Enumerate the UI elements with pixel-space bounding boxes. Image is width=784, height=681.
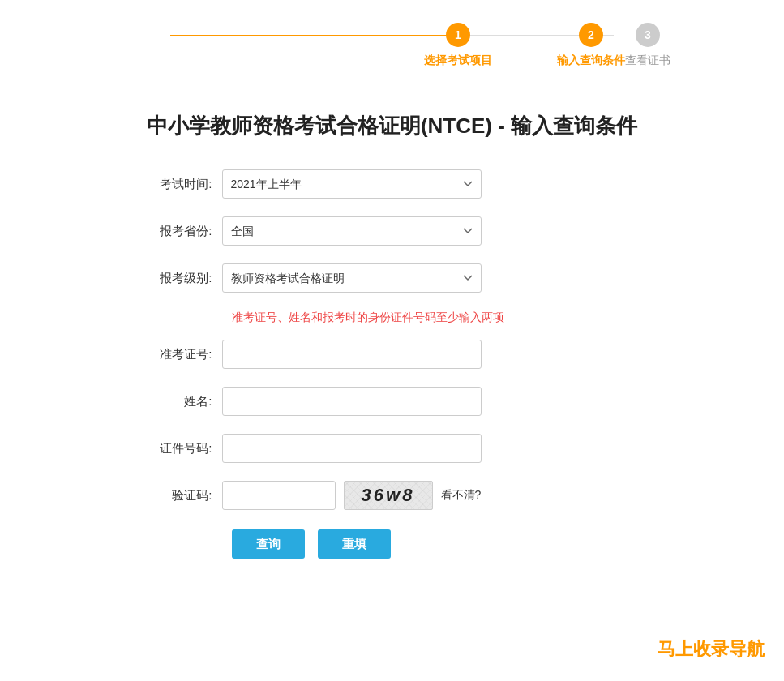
step-2-circle: 2 (579, 23, 603, 47)
captcha-text: 36w8 (362, 485, 415, 506)
hint-text: 准考证号、姓名和报考时的身份证件号码至少输入两项 (232, 311, 504, 325)
exam-no-input[interactable] (222, 340, 482, 369)
step-1: 1 选择考试项目 (424, 23, 492, 68)
step-3-label: 查看证书 (625, 54, 670, 68)
exam-no-row: 准考证号: (149, 340, 636, 369)
step-2: 2 输入查询条件 (557, 23, 625, 68)
watermark: 马上收录导航 (658, 637, 765, 662)
captcha-wrap: 36w8 看不清? (222, 481, 482, 510)
exam-time-label: 考试时间: (149, 177, 222, 192)
query-button[interactable]: 查询 (232, 529, 305, 559)
level-row: 报考级别: 教师资格考试合格证明 幼儿园 小学 初级中学 高级中学 (149, 263, 636, 293)
province-select[interactable]: 全国 北京 上海 广东 (222, 216, 482, 246)
step-2-label: 输入查询条件 (557, 54, 625, 68)
button-row: 查询 重填 (232, 529, 636, 559)
id-row: 证件号码: (149, 434, 636, 463)
reset-button[interactable]: 重填 (318, 529, 391, 559)
captcha-input[interactable] (222, 481, 336, 510)
exam-time-row: 考试时间: 2021年上半年 2020年下半年 2020年上半年 (149, 169, 636, 199)
id-input[interactable] (222, 434, 482, 463)
name-input[interactable] (222, 387, 482, 416)
page-title: 中小学教师资格考试合格证明(NTCE) - 输入查询条件 (0, 112, 784, 140)
captcha-label: 验证码: (149, 488, 222, 503)
captcha-refresh-button[interactable]: 看不清? (441, 488, 482, 503)
level-select[interactable]: 教师资格考试合格证明 幼儿园 小学 初级中学 高级中学 (222, 263, 482, 293)
id-label: 证件号码: (149, 441, 222, 456)
step-3: 3 查看证书 (625, 23, 670, 68)
level-label: 报考级别: (149, 271, 222, 286)
step-1-label: 选择考试项目 (424, 54, 492, 68)
captcha-image[interactable]: 36w8 (344, 481, 433, 510)
name-label: 姓名: (149, 394, 222, 409)
province-label: 报考省份: (149, 224, 222, 239)
step-line-active (170, 35, 449, 36)
hint-row: 准考证号、姓名和报考时的身份证件号码至少输入两项 (149, 311, 636, 325)
step-1-circle: 1 (446, 23, 470, 47)
exam-time-select[interactable]: 2021年上半年 2020年下半年 2020年上半年 (222, 169, 482, 199)
query-form: 考试时间: 2021年上半年 2020年下半年 2020年上半年 报考省份: 全… (149, 169, 636, 559)
step-bar: 1 选择考试项目 2 输入查询条件 3 查看证书 (0, 0, 784, 83)
name-row: 姓名: (149, 387, 636, 416)
province-row: 报考省份: 全国 北京 上海 广东 (149, 216, 636, 246)
captcha-row: 验证码: 36w8 看不清? (149, 481, 636, 510)
exam-no-label: 准考证号: (149, 347, 222, 362)
step-3-circle: 3 (636, 23, 660, 47)
